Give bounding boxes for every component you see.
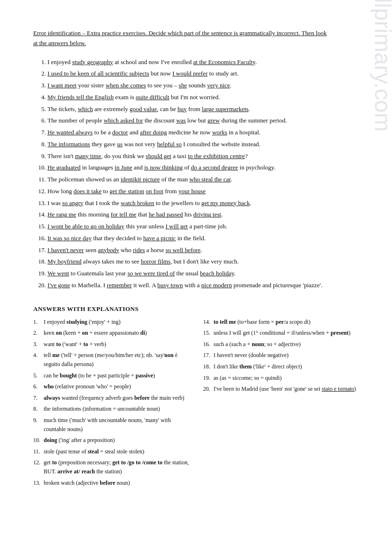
answer-item: 19.as (as = siccome; so = quindi)	[203, 374, 359, 383]
answer-item: 10.doing ('ing' after a preposition)	[33, 436, 189, 445]
list-item: I enjoyed study geography at school and …	[47, 57, 359, 68]
list-item: How long does it take to get the station…	[47, 186, 359, 197]
questions-list: I enjoyed study geography at school and …	[47, 57, 359, 291]
answer-item: 13.broken watch (adjective before noun)	[33, 479, 189, 488]
list-item: I was so angry that I took the watch bro…	[47, 198, 359, 209]
answer-item: 20.I've been to Madrid (use 'been' not '…	[203, 385, 359, 394]
list-item: I used to be keen of all scientific subj…	[47, 68, 359, 79]
answers-left-col: 1.I enjoyed studying ('enjoy' + ing)2.ke…	[33, 318, 189, 490]
answer-num: 2.	[33, 329, 42, 338]
answer-item: 17.I haven't never (double negative)	[203, 351, 359, 360]
list-item: He graduated in languages in June and is…	[47, 162, 359, 173]
answer-num: 13.	[33, 479, 42, 488]
answer-item: 11.stole (past tense of steal = steal st…	[33, 447, 189, 456]
answer-num: 16.	[203, 340, 212, 349]
answer-num: 11.	[33, 447, 42, 456]
answer-text: the informations (information = uncounta…	[44, 404, 160, 414]
list-item: The informations they gave us was not ve…	[47, 139, 359, 150]
answer-text: tell me ('tell' + person (me/you/him/her…	[44, 351, 189, 368]
answer-item: 16.such a (such a + noun; so + adjective…	[203, 340, 359, 349]
answer-item: 3.want to ('want' + to + verb)	[33, 340, 189, 349]
answer-item: 12.get to (preposition necessary; get to…	[33, 458, 189, 476]
list-item: I want meet your sister when she comes t…	[47, 80, 359, 91]
answer-num: 15.	[203, 329, 212, 338]
list-item: I've gone to Marbella. I remember it wel…	[47, 280, 359, 291]
list-item: The number of people which asked for the…	[47, 115, 359, 126]
answers-section: ANSWERS WITH EXPLANATIONS 1.I enjoyed st…	[33, 305, 359, 490]
list-item: He wanted always to be a doctor and afte…	[47, 127, 359, 138]
answer-item: 9.much time ('much' with uncountable nou…	[33, 416, 189, 433]
answer-text: to tell me (to+base form = per/a scopo d…	[214, 318, 310, 327]
list-item: There isn't many time, do you think we s…	[47, 151, 359, 162]
answer-num: 1.	[33, 318, 42, 327]
answer-num: 7.	[33, 394, 42, 403]
header-text: Error identification – Extra practice ex…	[33, 28, 359, 48]
answer-text: I enjoyed studying ('enjoy' + ing)	[44, 318, 121, 327]
list-item: The policeman showed us an identikit pic…	[47, 174, 359, 185]
answer-num: 10.	[33, 436, 42, 445]
list-item: My friends tell the English exam is quit…	[47, 92, 359, 103]
answer-text: I don't like them ('like' + direct objec…	[214, 362, 302, 371]
list-item: My boyfriend always takes me to see horr…	[47, 256, 359, 267]
answer-text: doing ('ing' after a preposition)	[44, 436, 115, 445]
answer-item: 18.I don't like them ('like' + direct ob…	[203, 362, 359, 371]
answers-title: ANSWERS WITH EXPLANATIONS	[33, 305, 359, 313]
list-item: He rang me this morning for tell me that…	[47, 209, 359, 220]
answers-grid: 1.I enjoyed studying ('enjoy' + ing)2.ke…	[33, 318, 359, 490]
watermark: allprimary.com	[370, 0, 392, 132]
answer-num: 14.	[203, 318, 212, 327]
answer-text: much time ('much' with uncountable nouns…	[44, 416, 189, 433]
answer-num: 17.	[203, 351, 212, 360]
answer-num: 20.	[203, 385, 212, 394]
answer-num: 3.	[33, 340, 42, 349]
answers-right-col: 14.to tell me (to+base form = per/a scop…	[203, 318, 359, 490]
answer-text: always wanted (frequency adverb goes bef…	[44, 394, 184, 403]
answer-item: 7.always wanted (frequency adverb goes b…	[33, 394, 189, 403]
answer-item: 8.the informations (information = uncoun…	[33, 404, 189, 414]
answer-num: 19.	[203, 374, 212, 383]
answer-text: who (relative pronoun 'who' = people)	[44, 382, 131, 391]
answer-text: I've been to Madrid (use 'been' not 'gon…	[214, 385, 356, 394]
answer-item: 4.tell me ('tell' + person (me/you/him/h…	[33, 351, 189, 368]
answer-num: 12.	[33, 458, 42, 467]
answer-text: get to (preposition necessary; get to /g…	[44, 458, 189, 476]
answer-text: want to ('want' + to + verb)	[44, 340, 106, 349]
answer-text: such a (such a + noun; so + adjective)	[214, 340, 301, 349]
answer-num: 8.	[33, 404, 42, 414]
list-item: I haven't never seen anybody who rides a…	[47, 245, 359, 256]
answer-item: 2.keen on (keen + on = essere appassiona…	[33, 329, 189, 338]
answer-text: stole (past tense of steal = steal stole…	[44, 447, 144, 456]
answer-text: as (as = siccome; so = quindi)	[214, 374, 282, 383]
answer-text: can be bought (to be + past participle =…	[44, 371, 155, 380]
answer-text: broken watch (adjective before noun)	[44, 479, 130, 488]
answer-num: 9.	[33, 416, 42, 425]
answer-text: I haven't never (double negative)	[214, 351, 289, 360]
answer-num: 18.	[203, 362, 212, 371]
answer-num: 6.	[33, 382, 42, 391]
answer-num: 5.	[33, 371, 42, 380]
list-item: I wont be able to go on holiday this yea…	[47, 221, 359, 232]
answer-item: 15.unless I will get (1° conditional = i…	[203, 329, 359, 338]
list-item: The tickets, which are extremely good va…	[47, 104, 359, 115]
answer-text: keen on (keen + on = essere appassionato…	[44, 329, 147, 338]
answer-item: 6.who (relative pronoun 'who' = people)	[33, 382, 189, 391]
answer-num: 4.	[33, 351, 42, 360]
answer-item: 1.I enjoyed studying ('enjoy' + ing)	[33, 318, 189, 327]
answer-item: 5.can be bought (to be + past participle…	[33, 371, 189, 380]
list-item: We went to Guatemala last year so we wer…	[47, 268, 359, 279]
answer-text: unless I will get (1° conditional = if/u…	[214, 329, 350, 338]
list-item: It was so nice day that they decided to …	[47, 233, 359, 244]
answer-item: 14.to tell me (to+base form = per/a scop…	[203, 318, 359, 327]
